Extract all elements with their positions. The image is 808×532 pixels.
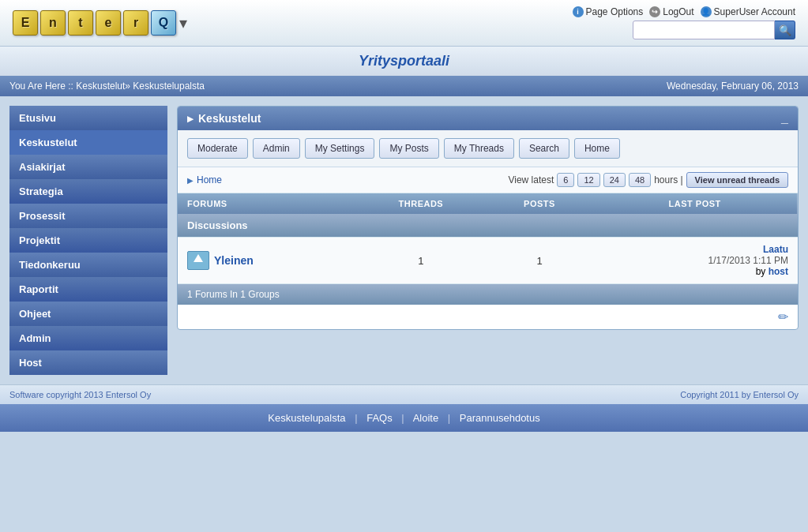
page-options-label: Page Options <box>586 6 644 17</box>
forum-panel-header: ▶ Keskustelut _ <box>178 107 798 130</box>
forum-folder-icon <box>187 251 209 270</box>
search-bar: 🔍 <box>633 21 795 39</box>
edit-area: ✏ <box>178 305 798 329</box>
search-input[interactable] <box>633 21 775 39</box>
logo-dot: ▾ <box>179 13 187 36</box>
page-options-link[interactable]: i Page Options <box>573 6 644 17</box>
forum-name-cell: Yleinen <box>178 238 355 284</box>
my-threads-button[interactable]: My Threads <box>444 138 514 159</box>
logout-icon: ↪ <box>649 6 660 17</box>
last-post-by: by host <box>601 266 788 277</box>
last-post-host-link[interactable]: host <box>769 266 788 277</box>
home-button[interactable]: Home <box>574 138 620 159</box>
logo-tile-r: r <box>123 10 148 36</box>
sidebar-item-host[interactable]: Host <box>9 350 167 375</box>
sidebar-item-keskustelut[interactable]: Keskustelut <box>9 130 167 155</box>
logo-tiles: E n t e r Q <box>13 10 176 36</box>
logo-tile-t: t <box>68 10 93 36</box>
view-latest-label: View latest <box>508 174 554 185</box>
forum-breadcrumb-right: View latest 6 12 24 48 hours | View unre… <box>508 172 788 188</box>
breadcrumb-date: Wednesday, February 06, 2013 <box>667 81 799 92</box>
forum-toolbar: Moderate Admin My Settings My Posts My T… <box>178 130 798 167</box>
search-button-toolbar[interactable]: Search <box>519 138 569 159</box>
footer-sep-1: | <box>355 412 357 424</box>
sidebar-item-asiakirjat[interactable]: Asiakirjat <box>9 155 167 179</box>
view-unread-button[interactable]: View unread threads <box>686 172 788 188</box>
col-posts: POSTS <box>487 193 592 214</box>
last-post-cell: Laatu 1/17/2013 1:11 PM by host <box>592 238 798 284</box>
sidebar-item-ohjeet[interactable]: Ohjeet <box>9 302 167 326</box>
view-6h-button[interactable]: 6 <box>557 173 574 187</box>
user-icon: 👤 <box>701 6 712 17</box>
view-24h-button[interactable]: 24 <box>603 173 626 187</box>
my-posts-button[interactable]: My Posts <box>379 138 438 159</box>
last-post-date: 1/17/2013 1:11 PM <box>601 255 788 266</box>
edit-icon[interactable]: ✏ <box>778 310 788 324</box>
bottom-bar: Software copyright 2013 Entersol Oy Copy… <box>0 384 808 404</box>
table-row: Yleinen 1 1 Laatu 1/17/2013 1:11 PM by <box>178 238 798 284</box>
superuser-label: SuperUser Account <box>714 6 795 17</box>
forum-yleinen-link[interactable]: Yleinen <box>214 254 254 267</box>
forum-name-wrapper: Yleinen <box>187 251 345 270</box>
forum-summary-cell: 1 Forums In 1 Groups <box>178 284 798 305</box>
main: Etusivu Keskustelut Asiakirjat Strategia… <box>0 96 808 384</box>
forum-panel: ▶ Keskustelut _ Moderate Admin My Settin… <box>177 106 799 330</box>
logo-area: E n t e r Q ▾ <box>13 10 187 36</box>
footer: Keskustelupalsta | FAQs | Aloite | Paran… <box>0 404 808 432</box>
site-title: Yritysportaali <box>0 47 808 76</box>
admin-button[interactable]: Admin <box>253 138 300 159</box>
my-settings-button[interactable]: My Settings <box>305 138 375 159</box>
hours-label: hours | <box>654 174 682 185</box>
header: E n t e r Q ▾ i Page Options ↪ LogOut 👤 … <box>0 0 808 47</box>
top-right: i Page Options ↪ LogOut 👤 SuperUser Acco… <box>573 6 795 39</box>
threads-count-cell: 1 <box>355 238 487 284</box>
sidebar-item-etusivu[interactable]: Etusivu <box>9 106 167 130</box>
logo-tile-Q: Q <box>151 10 176 36</box>
logout-link[interactable]: ↪ LogOut <box>649 6 693 17</box>
sidebar-item-projektit[interactable]: Projektit <box>9 228 167 253</box>
sidebar-item-raportit[interactable]: Raportit <box>9 277 167 302</box>
copyright-right: Copyright 2011 by Entersol Oy <box>680 390 799 399</box>
posts-count-cell: 1 <box>487 238 592 284</box>
footer-link-parannusehdotus[interactable]: Parannusehdotus <box>460 412 540 424</box>
group-header: Discussions <box>178 214 798 237</box>
forum-footer-row: 1 Forums In 1 Groups <box>178 284 798 305</box>
panel-header-left: ▶ Keskustelut <box>187 112 261 125</box>
superuser-link[interactable]: 👤 SuperUser Account <box>701 6 795 17</box>
forum-content: ▶ Keskustelut _ Moderate Admin My Settin… <box>177 106 799 375</box>
breadcrumb-bar: You Are Here :: Keskustelut» Keskustelup… <box>0 76 808 96</box>
col-forums: FORUMS <box>178 193 355 214</box>
minimize-button[interactable]: _ <box>781 111 788 126</box>
view-12h-button[interactable]: 12 <box>577 173 599 187</box>
sidebar-item-prosessit[interactable]: Prosessit <box>9 204 167 228</box>
breadcrumb-left: You Are Here :: Keskustelut» Keskustelup… <box>9 81 205 92</box>
group-header-row: Discussions <box>178 214 798 238</box>
sidebar: Etusivu Keskustelut Asiakirjat Strategia… <box>9 106 167 375</box>
last-post-user-link[interactable]: Laatu <box>763 244 788 255</box>
search-button[interactable]: 🔍 <box>775 21 795 39</box>
moderate-button[interactable]: Moderate <box>187 138 248 159</box>
forum-home-link[interactable]: Home <box>197 174 222 185</box>
forum-breadcrumb-left: ▶ Home <box>187 174 222 185</box>
forum-breadcrumb: ▶ Home View latest 6 12 24 48 hours | Vi… <box>178 167 798 193</box>
top-links: i Page Options ↪ LogOut 👤 SuperUser Acco… <box>573 6 795 17</box>
footer-link-keskustelupalsta[interactable]: Keskustelupalsta <box>268 412 345 424</box>
footer-sep-2: | <box>401 412 404 424</box>
sidebar-item-tiedonkeruu[interactable]: Tiedonkeruu <box>9 253 167 277</box>
col-threads: THREADS <box>355 193 487 214</box>
footer-sep-3: | <box>448 412 450 424</box>
software-copyright: Software copyright 2013 Entersol Oy <box>9 390 151 399</box>
collapse-arrow-icon[interactable]: ▶ <box>187 114 194 123</box>
info-icon: i <box>573 6 584 17</box>
logo-tile-e: e <box>96 10 121 36</box>
forums-table: FORUMS THREADS POSTS LAST POST Discussio… <box>178 193 798 305</box>
breadcrumb-arrow-icon: ▶ <box>187 176 194 185</box>
sidebar-item-admin[interactable]: Admin <box>9 326 167 350</box>
logout-label: LogOut <box>663 6 693 17</box>
footer-link-aloite[interactable]: Aloite <box>413 412 439 424</box>
sidebar-item-strategia[interactable]: Strategia <box>9 179 167 204</box>
footer-link-faqs[interactable]: FAQs <box>366 412 393 424</box>
view-48h-button[interactable]: 48 <box>629 173 651 187</box>
forum-panel-title: Keskustelut <box>198 112 261 125</box>
logo-tile-n: n <box>40 10 66 36</box>
